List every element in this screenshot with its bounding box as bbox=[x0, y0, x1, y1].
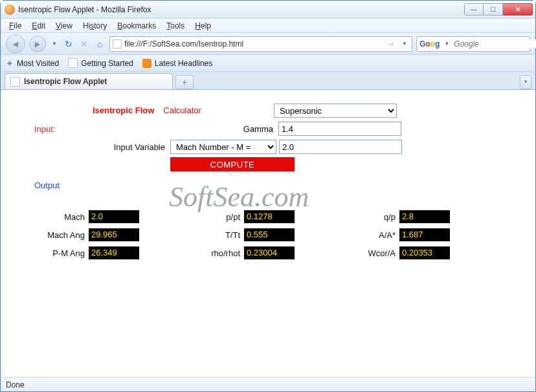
applet-heading: Isentropic FlowCalculator bbox=[93, 105, 201, 115]
out-wcor-value: 0.20353 bbox=[399, 246, 450, 259]
status-text: Done bbox=[6, 380, 25, 389]
window-controls: — ☐ ✕ bbox=[464, 3, 533, 16]
menu-help[interactable]: Help bbox=[190, 20, 216, 32]
out-machang-value: 29.965 bbox=[89, 228, 139, 241]
menu-file[interactable]: File bbox=[5, 20, 26, 32]
app-window: Isentropic Flow Applet - Mozilla Firefox… bbox=[0, 0, 536, 392]
gamma-input[interactable] bbox=[278, 122, 401, 136]
input-variable-value[interactable] bbox=[279, 140, 402, 154]
google-icon: Goog bbox=[419, 39, 440, 49]
output-section-label: Output bbox=[34, 180, 60, 190]
out-ttt-value: 0.555 bbox=[244, 228, 295, 241]
menu-bookmarks[interactable]: Bookmarks bbox=[113, 20, 161, 32]
firefox-icon bbox=[5, 5, 15, 15]
out-qp-value: 2.8 bbox=[399, 210, 450, 223]
bookmarks-toolbar: ✦ Most Visited Getting Started Latest He… bbox=[1, 55, 535, 72]
search-input[interactable] bbox=[454, 39, 536, 49]
forward-button[interactable]: ► bbox=[29, 36, 46, 52]
tab-title: Isentropic Flow Applet bbox=[24, 77, 107, 86]
tab-bar: Isentropic Flow Applet + ▼ bbox=[1, 72, 535, 90]
bookmark-most-visited[interactable]: ✦ Most Visited bbox=[6, 58, 59, 69]
bookmark-label: Most Visited bbox=[17, 59, 59, 68]
page-icon bbox=[113, 39, 122, 49]
out-qp-label: q/p bbox=[349, 212, 399, 222]
back-button[interactable]: ◄ bbox=[6, 34, 25, 54]
bookmark-label: Latest Headlines bbox=[155, 59, 212, 68]
out-rho-label: rho/rhot bbox=[194, 248, 244, 258]
out-aa-label: A/A* bbox=[349, 230, 399, 240]
bookmark-getting-started[interactable]: Getting Started bbox=[68, 58, 133, 68]
page-content: Isentropic FlowCalculator Supersonic Inp… bbox=[1, 90, 535, 377]
tab-active[interactable]: Isentropic Flow Applet bbox=[5, 73, 173, 89]
menu-view[interactable]: View bbox=[51, 20, 77, 32]
bookmark-label: Getting Started bbox=[81, 59, 133, 68]
tab-list-dropdown[interactable]: ▼ bbox=[520, 75, 531, 89]
out-machang-label: Mach Ang bbox=[38, 230, 89, 240]
input-variable-label: Input Variable bbox=[16, 142, 170, 152]
url-input[interactable] bbox=[124, 39, 383, 49]
maximize-button[interactable]: ☐ bbox=[484, 3, 503, 16]
history-dropdown[interactable]: ▼ bbox=[50, 37, 59, 51]
minimize-button[interactable]: — bbox=[464, 3, 484, 16]
home-button[interactable]: ⌂ bbox=[94, 38, 106, 50]
window-title: Isentropic Flow Applet - Mozilla Firefox bbox=[18, 5, 464, 14]
url-dropdown[interactable]: ▼ bbox=[400, 41, 409, 47]
out-mach-value: 2.0 bbox=[89, 210, 139, 223]
out-mach-label: Mach bbox=[38, 212, 89, 222]
compute-button[interactable]: COMPUTE bbox=[170, 157, 295, 171]
new-tab-button[interactable]: + bbox=[175, 75, 194, 89]
out-pmang-value: 26.349 bbox=[89, 246, 139, 259]
out-pmang-label: P-M Ang bbox=[38, 248, 89, 258]
menu-history[interactable]: History bbox=[78, 20, 111, 32]
page-icon bbox=[68, 58, 78, 68]
nav-toolbar: ◄ ► ▼ ↻ ✕ ⌂ → ▼ Goog ▼ 🔍 bbox=[1, 33, 535, 55]
out-aa-value: 1.687 bbox=[399, 228, 450, 241]
bookmark-latest-headlines[interactable]: Latest Headlines bbox=[142, 59, 212, 68]
star-icon: ✦ bbox=[6, 58, 14, 69]
input-variable-select[interactable]: Mach Number - M = bbox=[170, 140, 276, 154]
mode-select[interactable]: Supersonic bbox=[274, 103, 397, 118]
titlebar: Isentropic Flow Applet - Mozilla Firefox… bbox=[1, 1, 535, 19]
close-button[interactable]: ✕ bbox=[503, 3, 533, 16]
status-bar: Done bbox=[1, 377, 535, 391]
menu-tools[interactable]: Tools bbox=[162, 20, 189, 32]
output-grid: Mach2.0 Mach Ang29.965 P-M Ang26.349 p/p… bbox=[38, 210, 520, 259]
search-engine-dropdown[interactable]: ▼ bbox=[442, 41, 451, 47]
page-icon bbox=[10, 77, 20, 87]
out-ppt-label: p/pt bbox=[194, 212, 244, 222]
out-rho-value: 0.23004 bbox=[244, 246, 295, 259]
input-section-label: Input: bbox=[34, 124, 56, 134]
rss-icon bbox=[142, 59, 151, 68]
out-wcor-label: Wcor/A bbox=[349, 248, 399, 258]
out-ttt-label: T/Tt bbox=[194, 230, 244, 240]
reload-button[interactable]: ↻ bbox=[63, 38, 74, 50]
search-bar[interactable]: Goog ▼ 🔍 bbox=[416, 36, 530, 52]
go-button[interactable]: → bbox=[385, 40, 397, 48]
menubar: File Edit View History Bookmarks Tools H… bbox=[1, 19, 535, 33]
gamma-label: Gamma bbox=[16, 124, 278, 134]
out-ppt-value: 0.1278 bbox=[244, 210, 295, 223]
url-bar[interactable]: → ▼ bbox=[109, 36, 412, 52]
menu-edit[interactable]: Edit bbox=[27, 20, 50, 32]
stop-button[interactable]: ✕ bbox=[78, 38, 90, 50]
